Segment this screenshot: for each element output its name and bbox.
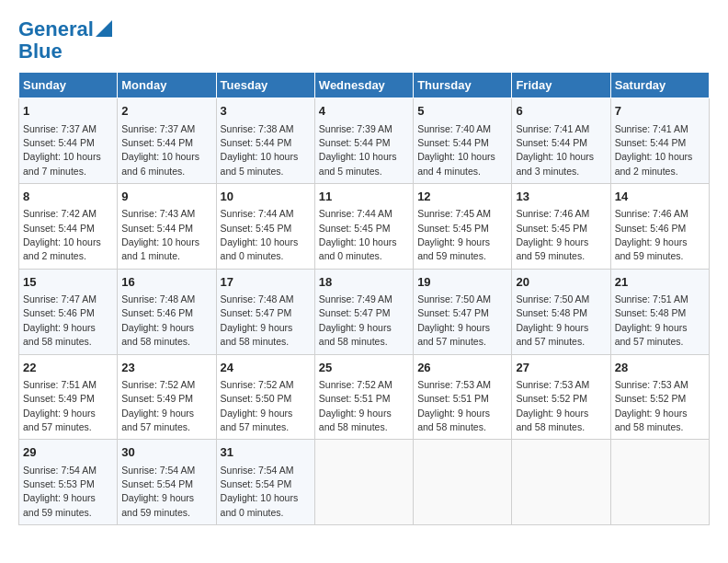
calendar-day-cell: 11Sunrise: 7:44 AMSunset: 5:45 PMDayligh… xyxy=(314,184,413,270)
calendar-day-cell: 20Sunrise: 7:50 AMSunset: 5:48 PMDayligh… xyxy=(512,269,610,354)
calendar-day-cell: 18Sunrise: 7:49 AMSunset: 5:47 PMDayligh… xyxy=(314,269,413,354)
day-number: 27 xyxy=(516,360,606,376)
calendar-week-row: 1Sunrise: 7:37 AMSunset: 5:44 PMDaylight… xyxy=(19,98,710,184)
day-info: Sunrise: 7:53 AMSunset: 5:52 PMDaylight:… xyxy=(615,379,688,432)
day-info: Sunrise: 7:54 AMSunset: 5:53 PMDaylight:… xyxy=(23,465,97,518)
calendar-header-row: SundayMondayTuesdayWednesdayThursdayFrid… xyxy=(19,73,710,98)
calendar-day-cell: 22Sunrise: 7:51 AMSunset: 5:49 PMDayligh… xyxy=(19,354,118,440)
day-number: 12 xyxy=(417,189,507,205)
weekday-header: Monday xyxy=(118,73,216,98)
day-info: Sunrise: 7:37 AMSunset: 5:44 PMDaylight:… xyxy=(23,123,101,177)
calendar-day-cell: 28Sunrise: 7:53 AMSunset: 5:52 PMDayligh… xyxy=(610,354,709,440)
day-number: 30 xyxy=(121,444,211,461)
day-number: 28 xyxy=(615,360,705,376)
day-number: 21 xyxy=(615,274,705,291)
logo-icon xyxy=(96,20,112,37)
calendar-day-cell: 9Sunrise: 7:43 AMSunset: 5:44 PMDaylight… xyxy=(118,184,216,270)
calendar-day-cell xyxy=(610,440,709,525)
calendar-day-cell: 6Sunrise: 7:41 AMSunset: 5:44 PMDaylight… xyxy=(512,98,610,184)
day-info: Sunrise: 7:53 AMSunset: 5:52 PMDaylight:… xyxy=(516,379,589,432)
day-number: 29 xyxy=(23,444,113,461)
calendar-day-cell: 7Sunrise: 7:41 AMSunset: 5:44 PMDaylight… xyxy=(610,98,709,184)
calendar-day-cell: 8Sunrise: 7:42 AMSunset: 5:44 PMDaylight… xyxy=(19,184,118,270)
day-info: Sunrise: 7:44 AMSunset: 5:45 PMDaylight:… xyxy=(319,208,397,261)
calendar-day-cell: 16Sunrise: 7:48 AMSunset: 5:46 PMDayligh… xyxy=(118,269,216,354)
day-info: Sunrise: 7:54 AMSunset: 5:54 PMDaylight:… xyxy=(121,465,195,518)
calendar-day-cell: 26Sunrise: 7:53 AMSunset: 5:51 PMDayligh… xyxy=(414,354,512,440)
calendar-day-cell: 21Sunrise: 7:51 AMSunset: 5:48 PMDayligh… xyxy=(610,269,709,354)
calendar-day-cell xyxy=(414,440,512,525)
calendar-day-cell xyxy=(314,440,413,525)
day-number: 31 xyxy=(221,444,311,461)
calendar-day-cell: 12Sunrise: 7:45 AMSunset: 5:45 PMDayligh… xyxy=(414,184,512,270)
calendar-day-cell: 24Sunrise: 7:52 AMSunset: 5:50 PMDayligh… xyxy=(216,354,314,440)
day-number: 9 xyxy=(121,189,211,205)
day-number: 4 xyxy=(319,103,409,120)
day-number: 5 xyxy=(417,103,507,120)
calendar-day-cell: 27Sunrise: 7:53 AMSunset: 5:52 PMDayligh… xyxy=(512,354,610,440)
calendar-day-cell: 23Sunrise: 7:52 AMSunset: 5:49 PMDayligh… xyxy=(118,354,216,440)
calendar-day-cell: 30Sunrise: 7:54 AMSunset: 5:54 PMDayligh… xyxy=(118,440,216,525)
calendar-day-cell: 25Sunrise: 7:52 AMSunset: 5:51 PMDayligh… xyxy=(314,354,413,440)
calendar-day-cell: 1Sunrise: 7:37 AMSunset: 5:44 PMDaylight… xyxy=(19,98,118,184)
day-number: 15 xyxy=(23,274,113,291)
day-info: Sunrise: 7:44 AMSunset: 5:45 PMDaylight:… xyxy=(221,208,299,261)
calendar-week-row: 29Sunrise: 7:54 AMSunset: 5:53 PMDayligh… xyxy=(19,440,710,525)
weekday-header: Saturday xyxy=(610,73,709,98)
day-info: Sunrise: 7:48 AMSunset: 5:47 PMDaylight:… xyxy=(221,293,294,347)
day-info: Sunrise: 7:52 AMSunset: 5:51 PMDaylight:… xyxy=(319,379,392,432)
day-number: 14 xyxy=(615,189,705,205)
weekday-header: Thursday xyxy=(414,73,512,98)
logo-text-blue: Blue xyxy=(18,40,63,63)
day-number: 18 xyxy=(319,274,409,291)
day-info: Sunrise: 7:37 AMSunset: 5:44 PMDaylight:… xyxy=(121,123,199,177)
day-number: 13 xyxy=(516,189,606,205)
calendar-day-cell: 17Sunrise: 7:48 AMSunset: 5:47 PMDayligh… xyxy=(216,269,314,354)
day-info: Sunrise: 7:42 AMSunset: 5:44 PMDaylight:… xyxy=(23,208,101,261)
day-number: 6 xyxy=(516,103,606,120)
day-number: 26 xyxy=(417,360,507,376)
day-info: Sunrise: 7:51 AMSunset: 5:48 PMDaylight:… xyxy=(615,293,688,347)
day-info: Sunrise: 7:54 AMSunset: 5:54 PMDaylight:… xyxy=(221,465,299,518)
calendar-day-cell: 19Sunrise: 7:50 AMSunset: 5:47 PMDayligh… xyxy=(414,269,512,354)
day-number: 7 xyxy=(615,103,705,120)
day-info: Sunrise: 7:41 AMSunset: 5:44 PMDaylight:… xyxy=(516,123,594,177)
calendar-day-cell: 31Sunrise: 7:54 AMSunset: 5:54 PMDayligh… xyxy=(216,440,314,525)
calendar-day-cell: 10Sunrise: 7:44 AMSunset: 5:45 PMDayligh… xyxy=(216,184,314,270)
day-info: Sunrise: 7:52 AMSunset: 5:49 PMDaylight:… xyxy=(121,379,195,432)
weekday-header: Sunday xyxy=(19,73,118,98)
day-info: Sunrise: 7:41 AMSunset: 5:44 PMDaylight:… xyxy=(615,123,693,177)
day-number: 19 xyxy=(417,274,507,291)
calendar-day-cell: 2Sunrise: 7:37 AMSunset: 5:44 PMDaylight… xyxy=(118,98,216,184)
logo-text-general: General xyxy=(18,18,94,40)
weekday-header: Friday xyxy=(512,73,610,98)
day-number: 16 xyxy=(121,274,211,291)
calendar-week-row: 8Sunrise: 7:42 AMSunset: 5:44 PMDaylight… xyxy=(19,184,710,270)
day-number: 22 xyxy=(23,360,113,376)
day-number: 1 xyxy=(23,103,113,120)
day-info: Sunrise: 7:53 AMSunset: 5:51 PMDaylight:… xyxy=(417,379,491,432)
calendar-day-cell: 5Sunrise: 7:40 AMSunset: 5:44 PMDaylight… xyxy=(414,98,512,184)
weekday-header: Tuesday xyxy=(216,73,314,98)
calendar-day-cell: 3Sunrise: 7:38 AMSunset: 5:44 PMDaylight… xyxy=(216,98,314,184)
day-info: Sunrise: 7:40 AMSunset: 5:44 PMDaylight:… xyxy=(417,123,495,177)
calendar-table: SundayMondayTuesdayWednesdayThursdayFrid… xyxy=(18,72,710,525)
day-info: Sunrise: 7:51 AMSunset: 5:49 PMDaylight:… xyxy=(23,379,97,432)
day-number: 3 xyxy=(221,103,311,120)
calendar-day-cell: 13Sunrise: 7:46 AMSunset: 5:45 PMDayligh… xyxy=(512,184,610,270)
day-number: 25 xyxy=(319,360,409,376)
day-info: Sunrise: 7:50 AMSunset: 5:48 PMDaylight:… xyxy=(516,293,589,347)
day-number: 23 xyxy=(121,360,211,376)
calendar-week-row: 22Sunrise: 7:51 AMSunset: 5:49 PMDayligh… xyxy=(19,354,710,440)
page-header: General Blue xyxy=(18,18,710,63)
calendar-day-cell xyxy=(512,440,610,525)
day-info: Sunrise: 7:48 AMSunset: 5:46 PMDaylight:… xyxy=(121,293,195,347)
day-info: Sunrise: 7:38 AMSunset: 5:44 PMDaylight:… xyxy=(221,123,299,177)
day-number: 20 xyxy=(516,274,606,291)
day-info: Sunrise: 7:43 AMSunset: 5:44 PMDaylight:… xyxy=(121,208,199,261)
day-info: Sunrise: 7:46 AMSunset: 5:45 PMDaylight:… xyxy=(516,208,589,261)
calendar-day-cell: 14Sunrise: 7:46 AMSunset: 5:46 PMDayligh… xyxy=(610,184,709,270)
day-number: 17 xyxy=(221,274,311,291)
day-info: Sunrise: 7:50 AMSunset: 5:47 PMDaylight:… xyxy=(417,293,491,347)
day-number: 10 xyxy=(221,189,311,205)
